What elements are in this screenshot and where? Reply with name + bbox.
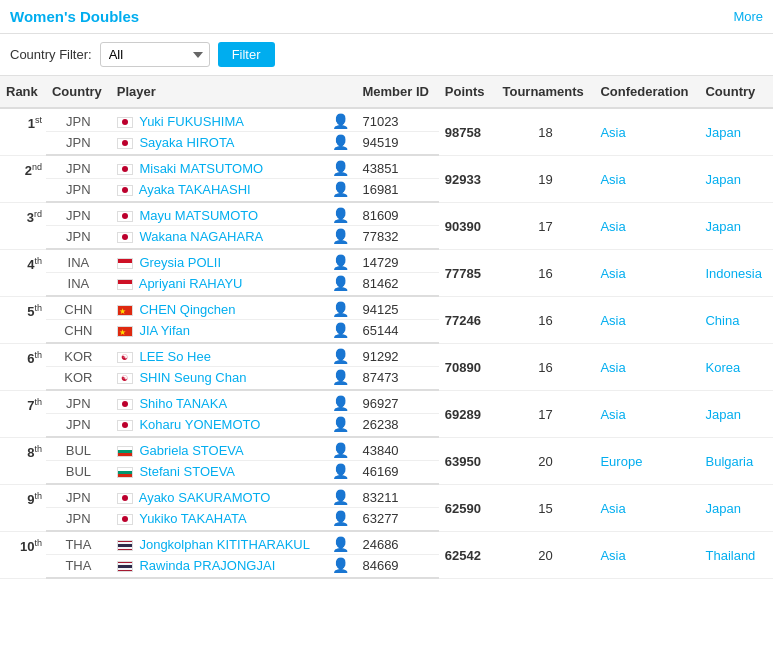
member-id-cell: 26238 [356,414,438,438]
player-name-cell[interactable]: Jongkolphan KITITHARAKUL [111,531,326,555]
points-cell: 77246 [439,296,497,343]
member-id-cell: 46169 [356,461,438,485]
tournaments-cell: 16 [496,343,594,390]
member-icon-cell[interactable]: 👤 [326,555,356,579]
member-id-cell: 43851 [356,155,438,179]
confederation-cell[interactable]: Asia [594,296,699,343]
member-icon-cell[interactable]: 👤 [326,461,356,485]
country-name-cell[interactable]: Korea [699,343,773,390]
member-icon-cell[interactable]: 👤 [326,296,356,320]
country-name-cell[interactable]: Japan [699,202,773,249]
player-name-cell[interactable]: Shiho TANAKA [111,390,326,414]
confederation-cell[interactable]: Asia [594,484,699,531]
col-country-name: Country [699,76,773,108]
confederation-cell[interactable]: Asia [594,343,699,390]
confederation-cell[interactable]: Europe [594,437,699,484]
member-id-cell: 71023 [356,108,438,132]
player-name-cell[interactable]: Ayako SAKURAMOTO [111,484,326,508]
member-id-cell: 81462 [356,273,438,297]
country-code-cell: THA [46,555,111,579]
member-icon-cell[interactable]: 👤 [326,179,356,203]
points-cell: 62590 [439,484,497,531]
confederation-cell[interactable]: Asia [594,531,699,578]
member-icon-cell[interactable]: 👤 [326,508,356,532]
country-name-cell[interactable]: China [699,296,773,343]
country-code-cell: JPN [46,108,111,132]
member-icon: 👤 [332,489,349,505]
member-id-cell: 94125 [356,296,438,320]
player-name-cell[interactable]: Rawinda PRAJONGJAI [111,555,326,579]
player-name-cell[interactable]: Sayaka HIROTA [111,132,326,156]
member-icon-cell[interactable]: 👤 [326,226,356,250]
rank-cell: 10th [0,531,46,578]
member-icon-cell[interactable]: 👤 [326,155,356,179]
player-name-cell[interactable]: CHEN Qingchen [111,296,326,320]
confederation-cell[interactable]: Asia [594,108,699,155]
player-name-cell[interactable]: SHIN Seung Chan [111,367,326,391]
country-filter-select[interactable]: All [100,42,210,67]
col-points: Points [439,76,497,108]
player-name-cell[interactable]: Greysia POLII [111,249,326,273]
country-name-cell[interactable]: Bulgaria [699,437,773,484]
member-id-cell: 94519 [356,132,438,156]
member-id-cell: 43840 [356,437,438,461]
col-tournaments: Tournaments [496,76,594,108]
player-name-cell[interactable]: Mayu MATSUMOTO [111,202,326,226]
player-name-cell[interactable]: Misaki MATSUTOMO [111,155,326,179]
member-icon-cell[interactable]: 👤 [326,414,356,438]
country-code-cell: JPN [46,484,111,508]
member-id-cell: 14729 [356,249,438,273]
member-id-cell: 81609 [356,202,438,226]
confederation-cell[interactable]: Asia [594,202,699,249]
country-name-cell[interactable]: Thailand [699,531,773,578]
country-name-cell[interactable]: Japan [699,155,773,202]
member-icon-cell[interactable]: 👤 [326,367,356,391]
tournaments-cell: 17 [496,390,594,437]
confederation-cell[interactable]: Asia [594,155,699,202]
member-icon-cell[interactable]: 👤 [326,320,356,344]
flag-icon [117,446,133,457]
country-name-cell[interactable]: Japan [699,108,773,155]
points-cell: 70890 [439,343,497,390]
member-icon-cell[interactable]: 👤 [326,273,356,297]
member-icon: 👤 [332,275,349,291]
member-icon-cell[interactable]: 👤 [326,390,356,414]
member-icon-cell[interactable]: 👤 [326,249,356,273]
member-icon: 👤 [332,463,349,479]
member-icon-cell[interactable]: 👤 [326,108,356,132]
player-name-cell[interactable]: Koharu YONEMOTO [111,414,326,438]
player-name-cell[interactable]: Wakana NAGAHARA [111,226,326,250]
country-name-cell[interactable]: Japan [699,390,773,437]
country-code-cell: CHN [46,320,111,344]
country-name-cell[interactable]: Indonesia [699,249,773,296]
tournaments-cell: 19 [496,155,594,202]
member-id-cell: 84669 [356,555,438,579]
country-code-cell: THA [46,531,111,555]
member-icon-cell[interactable]: 👤 [326,202,356,226]
player-name-cell[interactable]: Gabriela STOEVA [111,437,326,461]
player-name-cell[interactable]: LEE So Hee [111,343,326,367]
confederation-cell[interactable]: Asia [594,249,699,296]
player-name-cell[interactable]: JIA Yifan [111,320,326,344]
member-id-cell: 65144 [356,320,438,344]
player-name-cell[interactable]: Yukiko TAKAHATA [111,508,326,532]
player-name-cell[interactable]: Ayaka TAKAHASHI [111,179,326,203]
member-icon: 👤 [332,416,349,432]
player-name-cell[interactable]: Apriyani RAHAYU [111,273,326,297]
player-name-cell[interactable]: Stefani STOEVA [111,461,326,485]
player-name-cell[interactable]: Yuki FUKUSHIMA [111,108,326,132]
flag-icon [117,493,133,504]
country-name-cell[interactable]: Japan [699,484,773,531]
more-link[interactable]: More [733,9,763,24]
header-bar: Women's Doubles More [0,0,773,34]
member-icon-cell[interactable]: 👤 [326,531,356,555]
member-icon-cell[interactable]: 👤 [326,132,356,156]
member-icon: 👤 [332,395,349,411]
confederation-cell[interactable]: Asia [594,390,699,437]
tournaments-cell: 15 [496,484,594,531]
member-icon: 👤 [332,301,349,317]
member-icon-cell[interactable]: 👤 [326,437,356,461]
member-icon-cell[interactable]: 👤 [326,484,356,508]
filter-button[interactable]: Filter [218,42,275,67]
member-icon-cell[interactable]: 👤 [326,343,356,367]
